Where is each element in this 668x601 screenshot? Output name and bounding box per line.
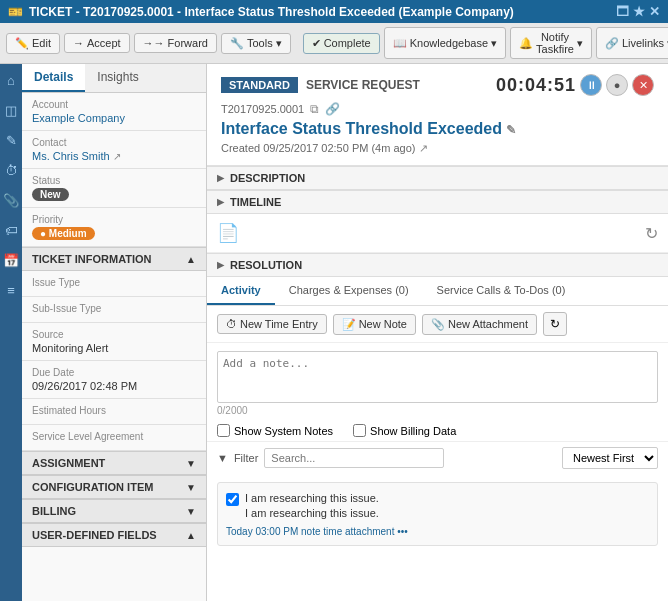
description-label: DESCRIPTION — [230, 172, 305, 184]
user-defined-header[interactable]: USER-DEFINED FIELDS ▲ — [22, 523, 206, 547]
contact-link[interactable]: Ms. Chris Smith — [32, 150, 110, 162]
ticket-created: Created 09/25/2017 02:50 PM (4m ago) ↗ — [221, 142, 654, 155]
note-checkbox[interactable] — [226, 493, 239, 506]
note-type-time[interactable]: time — [323, 526, 342, 537]
contact-section: Contact Ms. Chris Smith ↗ — [22, 131, 206, 169]
due-date-value: 09/26/2017 02:48 PM — [32, 380, 196, 392]
assignment-header[interactable]: ASSIGNMENT ▼ — [22, 451, 206, 475]
note-meta: Today 03:00 PM note time attachment ••• — [226, 526, 649, 537]
notify-taskfire-button[interactable]: 🔔 Notify Taskfire ▾ — [510, 27, 592, 59]
forward-button[interactable]: →→ Forward — [134, 33, 217, 53]
est-hours-label: Estimated Hours — [32, 405, 196, 416]
show-billing-data-label[interactable]: Show Billing Data — [353, 424, 456, 437]
resolution-label: RESOLUTION — [230, 259, 302, 271]
note-type-note[interactable]: note — [301, 526, 320, 537]
timer-circle-button[interactable]: ● — [606, 74, 628, 96]
options-row: Show System Notes Show Billing Data — [207, 420, 668, 441]
activity-icon[interactable]: ✎ — [1, 130, 21, 150]
tab-service-calls[interactable]: Service Calls & To-Dos (0) — [423, 277, 580, 305]
dashboard-icon[interactable]: ◫ — [1, 100, 21, 120]
timeline-add-icon[interactable]: 📄 — [217, 222, 239, 244]
billing-header[interactable]: BILLING ▼ — [22, 499, 206, 523]
account-value[interactable]: Example Company — [32, 112, 196, 124]
show-billing-data-checkbox[interactable] — [353, 424, 366, 437]
sort-select[interactable]: Newest First Oldest First — [562, 447, 658, 469]
note-type-attachment[interactable]: attachment — [345, 526, 394, 537]
calendar-icon[interactable]: 📅 — [1, 250, 21, 270]
clock-icon[interactable]: ⏱ — [1, 160, 21, 180]
copy-icon[interactable]: ⧉ — [310, 102, 319, 116]
show-system-notes-checkbox[interactable] — [217, 424, 230, 437]
tab-activity[interactable]: Activity — [207, 277, 275, 305]
knowledgebase-button[interactable]: 📖 Knowledgebase ▾ — [384, 27, 506, 59]
timeline-tri: ▶ — [217, 197, 224, 207]
edit-title-icon[interactable]: ✎ — [506, 123, 516, 137]
timer-pause-button[interactable]: ⏸ — [580, 74, 602, 96]
toolbar: ✏️ Edit → Accept →→ Forward 🔧 Tools ▾ ✔ … — [0, 23, 668, 64]
list-icon[interactable]: ≡ — [1, 280, 21, 300]
created-link-icon[interactable]: ↗ — [419, 142, 428, 154]
timer-stop-button[interactable]: ✕ — [632, 74, 654, 96]
show-system-notes-label[interactable]: Show System Notes — [217, 424, 333, 437]
status-badge[interactable]: New — [32, 188, 69, 201]
star-button[interactable]: ★ — [633, 4, 645, 19]
account-section: Account Example Company — [22, 93, 206, 131]
ticket-information-header[interactable]: TICKET INFORMATION ▲ — [22, 247, 206, 271]
filter-row: ▼ Filter Newest First Oldest First — [207, 441, 668, 474]
note-text-1: I am researching this issue. — [245, 491, 379, 506]
complete-button[interactable]: ✔ Complete — [303, 33, 380, 54]
detail-tabs: Details Insights — [22, 64, 206, 93]
timeline-content: 📄 ↻ — [207, 214, 668, 253]
refresh-button[interactable]: ↻ — [543, 312, 567, 336]
timer-display: 00:04:51 — [496, 75, 576, 96]
priority-badge[interactable]: ● Medium — [32, 227, 95, 240]
attachment-icon[interactable]: 📎 — [1, 190, 21, 210]
note-entry: I am researching this issue. I am resear… — [217, 482, 658, 546]
config-item-arrow: ▼ — [186, 482, 196, 493]
close-button[interactable]: ✕ — [649, 4, 660, 19]
config-item-label: CONFIGURATION ITEM — [32, 481, 153, 493]
new-time-entry-button[interactable]: ⏱ New Time Entry — [217, 314, 327, 334]
show-system-notes-text: Show System Notes — [234, 425, 333, 437]
priority-section: Priority ● Medium — [22, 208, 206, 247]
link-icon[interactable]: 🔗 — [325, 102, 340, 116]
tag-icon[interactable]: 🏷 — [1, 220, 21, 240]
timeline-refresh-icon[interactable]: ↻ — [645, 224, 658, 243]
edit-button[interactable]: ✏️ Edit — [6, 33, 60, 54]
timer-widget: 00:04:51 ⏸ ● ✕ — [496, 74, 654, 96]
home-icon[interactable]: ⌂ — [1, 70, 21, 90]
tab-details[interactable]: Details — [22, 64, 85, 92]
description-header[interactable]: ▶ DESCRIPTION — [207, 166, 668, 190]
user-defined-arrow: ▲ — [186, 530, 196, 541]
tab-charges[interactable]: Charges & Expenses (0) — [275, 277, 423, 305]
config-item-header[interactable]: CONFIGURATION ITEM ▼ — [22, 475, 206, 499]
new-attachment-button[interactable]: 📎 New Attachment — [422, 314, 537, 335]
account-label: Account — [32, 99, 196, 110]
user-defined-label: USER-DEFINED FIELDS — [32, 529, 157, 541]
billing-label: BILLING — [32, 505, 76, 517]
sla-section: Service Level Agreement — [22, 425, 206, 451]
new-note-button[interactable]: 📝 New Note — [333, 314, 416, 335]
tools-button[interactable]: 🔧 Tools ▾ — [221, 33, 291, 54]
est-hours-section: Estimated Hours — [22, 399, 206, 425]
left-panel: Details Insights Account Example Company… — [22, 64, 207, 601]
resolution-tri: ▶ — [217, 260, 224, 270]
tab-insights[interactable]: Insights — [85, 64, 150, 92]
assignment-arrow: ▼ — [186, 458, 196, 469]
ticket-info-arrow: ▲ — [186, 254, 196, 265]
note-checkbox-row: I am researching this issue. I am resear… — [226, 491, 649, 522]
title-bar: 🎫 TICKET - T20170925.0001 - Interface St… — [0, 0, 668, 23]
minimize-button[interactable]: 🗖 — [616, 4, 629, 19]
livelinks-button[interactable]: 🔗 Livelinks ▾ — [596, 27, 668, 59]
search-input[interactable] — [264, 448, 444, 468]
timeline-header[interactable]: ▶ TIMELINE — [207, 190, 668, 214]
accept-button[interactable]: → Accept — [64, 33, 130, 53]
ticket-id: T20170925.0001 — [221, 103, 304, 115]
note-time: Today 03:00 PM — [226, 526, 298, 537]
sub-issue-type-section: Sub-Issue Type — [22, 297, 206, 323]
note-text-container: I am researching this issue. I am resear… — [245, 491, 379, 522]
note-textarea[interactable] — [217, 351, 658, 403]
resolution-header[interactable]: ▶ RESOLUTION — [207, 253, 668, 277]
note-more-button[interactable]: ••• — [397, 526, 408, 537]
char-count: 0/2000 — [207, 405, 668, 420]
